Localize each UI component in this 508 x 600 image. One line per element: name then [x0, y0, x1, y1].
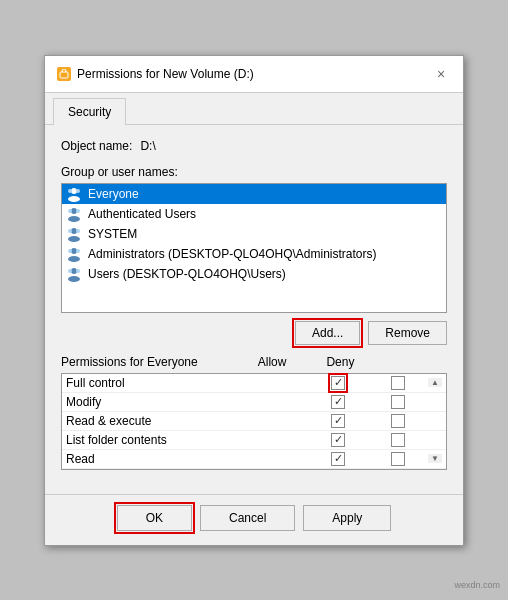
cancel-button[interactable]: Cancel — [200, 505, 295, 531]
svg-point-14 — [68, 256, 80, 262]
checkbox-deny-read-execute[interactable] — [391, 414, 405, 428]
user-icon — [66, 186, 82, 202]
perm-row-read: Read ▼ — [62, 450, 446, 469]
deny-check-list-folder[interactable] — [368, 433, 428, 447]
user-name: SYSTEM — [88, 227, 137, 241]
scrollbar[interactable]: ▲ — [428, 378, 442, 387]
user-icon — [66, 246, 82, 262]
user-icon — [66, 266, 82, 282]
object-name-label: Object name: — [61, 139, 132, 153]
svg-point-8 — [76, 209, 80, 213]
title-bar-left: Permissions for New Volume (D:) — [57, 67, 254, 81]
users-list[interactable]: Everyone Authenticated Users — [61, 183, 447, 313]
user-name: Administrators (DESKTOP-QLO4OHQ\Administ… — [88, 247, 377, 261]
scrollbar-bottom[interactable]: ▼ — [428, 454, 442, 463]
svg-point-12 — [76, 229, 80, 233]
checkbox-deny-list-folder[interactable] — [391, 433, 405, 447]
user-name: Authenticated Users — [88, 207, 196, 221]
checkbox-deny-modify[interactable] — [391, 395, 405, 409]
list-item[interactable]: Everyone — [62, 184, 446, 204]
svg-point-19 — [68, 269, 72, 273]
svg-point-4 — [76, 189, 80, 193]
perm-row-read-execute: Read & execute — [62, 412, 446, 431]
svg-point-16 — [76, 249, 80, 253]
allow-check-read-execute[interactable] — [308, 414, 368, 428]
list-item[interactable]: Authenticated Users — [62, 204, 446, 224]
apply-button[interactable]: Apply — [303, 505, 391, 531]
deny-check-modify[interactable] — [368, 395, 428, 409]
title-bar: Permissions for New Volume (D:) × — [45, 56, 463, 93]
close-button[interactable]: × — [431, 64, 451, 84]
checkbox-deny-read[interactable] — [391, 452, 405, 466]
remove-button[interactable]: Remove — [368, 321, 447, 345]
user-icon — [66, 226, 82, 242]
user-name: Everyone — [88, 187, 139, 201]
svg-point-3 — [68, 189, 72, 193]
list-item[interactable]: Users (DESKTOP-QLO4OHQ\Users) — [62, 264, 446, 284]
svg-point-6 — [68, 216, 80, 222]
add-button[interactable]: Add... — [295, 321, 360, 345]
svg-point-2 — [68, 196, 80, 202]
checkbox-allow-read[interactable] — [331, 452, 345, 466]
object-name-row: Object name: D:\ — [61, 139, 447, 153]
deny-check-read-execute[interactable] — [368, 414, 428, 428]
dialog-content: Object name: D:\ Group or user names: Ev… — [45, 125, 463, 494]
group-section-label: Group or user names: — [61, 165, 447, 179]
dialog-icon — [57, 67, 71, 81]
scroll-up-icon[interactable]: ▲ — [431, 378, 439, 387]
user-name: Users (DESKTOP-QLO4OHQ\Users) — [88, 267, 286, 281]
user-buttons-row: Add... Remove — [61, 321, 447, 345]
perm-row-modify: Modify — [62, 393, 446, 412]
permissions-section-title: Permissions for Everyone Allow Deny — [61, 355, 447, 369]
allow-check-full-control[interactable] — [308, 376, 368, 390]
allow-check-list-folder[interactable] — [308, 433, 368, 447]
checkbox-allow-read-execute[interactable] — [331, 414, 345, 428]
svg-point-15 — [68, 249, 72, 253]
deny-check-full-control[interactable] — [368, 376, 428, 390]
ok-button[interactable]: OK — [117, 505, 192, 531]
list-item[interactable]: Administrators (DESKTOP-QLO4OHQ\Administ… — [62, 244, 446, 264]
svg-point-7 — [68, 209, 72, 213]
perm-row-full-control: Full control ▲ — [62, 374, 446, 393]
user-icon — [66, 206, 82, 222]
svg-point-10 — [68, 236, 80, 242]
checkbox-allow-modify[interactable] — [331, 395, 345, 409]
allow-check-modify[interactable] — [308, 395, 368, 409]
allow-check-read[interactable] — [308, 452, 368, 466]
svg-point-11 — [68, 229, 72, 233]
dialog-title: Permissions for New Volume (D:) — [77, 67, 254, 81]
watermark: wexdn.com — [454, 580, 500, 590]
object-name-value: D:\ — [140, 139, 155, 153]
tab-security[interactable]: Security — [53, 98, 126, 125]
checkbox-allow-full-control[interactable] — [331, 376, 345, 390]
perm-row-list-folder: List folder contents — [62, 431, 446, 450]
tab-bar: Security — [45, 93, 463, 125]
svg-point-18 — [68, 276, 80, 282]
checkbox-allow-list-folder[interactable] — [331, 433, 345, 447]
scroll-down-icon[interactable]: ▼ — [431, 454, 439, 463]
list-item[interactable]: SYSTEM — [62, 224, 446, 244]
deny-check-read[interactable] — [368, 452, 428, 466]
checkbox-deny-full-control[interactable] — [391, 376, 405, 390]
permissions-table: Full control ▲ Modify — [61, 373, 447, 470]
svg-point-20 — [76, 269, 80, 273]
svg-rect-0 — [60, 72, 68, 78]
permissions-dialog: Permissions for New Volume (D:) × Securi… — [44, 55, 464, 546]
dialog-footer: OK Cancel Apply — [45, 494, 463, 545]
